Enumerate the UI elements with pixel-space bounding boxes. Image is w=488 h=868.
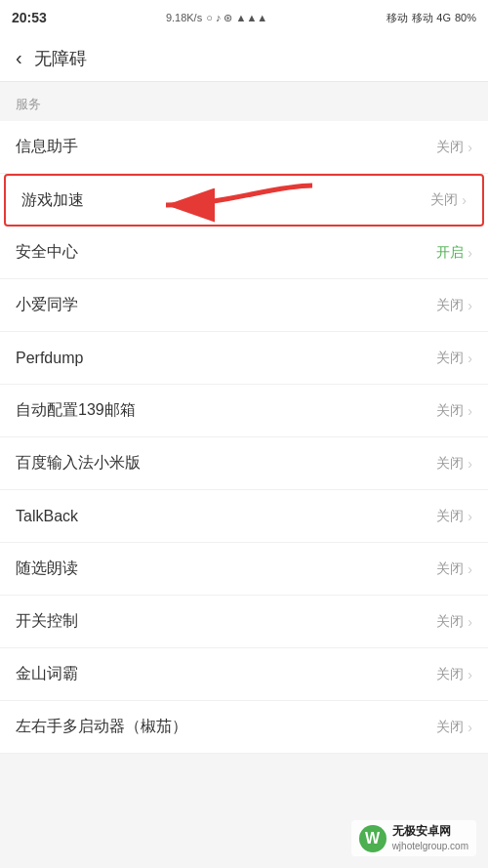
item-label: 安全中心 [16,242,78,263]
status-time: 20:53 [12,10,47,25]
item-label: Perfdump [16,350,83,367]
list-item[interactable]: 游戏加速关闭› [4,174,484,227]
item-right: 关闭› [430,191,467,209]
list-item[interactable]: 开关控制关闭› [0,596,488,648]
item-status: 关闭 [436,613,464,631]
chevron-right-icon: › [468,667,472,682]
item-right: 关闭› [436,613,472,631]
chevron-right-icon: › [468,245,472,261]
list-item[interactable]: TalkBack关闭› [0,490,488,543]
item-label: 小爱同学 [16,295,78,315]
item-right: 关闭› [436,139,472,156]
list-item[interactable]: 百度输入法小米版关闭› [0,437,488,490]
chevron-right-icon: › [468,351,472,366]
item-right: 关闭› [436,455,472,473]
list-item[interactable]: 左右手多启动器（椒茄）关闭› [0,701,488,754]
item-right: 关闭› [436,666,472,683]
item-right: 关闭› [436,402,472,420]
chevron-right-icon: › [468,456,472,472]
item-right: 关闭› [436,508,472,525]
list-item[interactable]: Perfdump关闭› [0,332,488,385]
item-status: 关闭 [436,402,464,420]
list-item[interactable]: 小爱同学关闭› [0,279,488,332]
item-label: 信息助手 [16,137,78,157]
list-item[interactable]: 安全中心开启› [0,227,488,279]
watermark: W 无极安卓网 wjhotelgroup.com [351,820,476,856]
watermark-text: 无极安卓网 wjhotelgroup.com [392,824,468,852]
list-item[interactable]: 信息助手关闭› [0,121,488,174]
item-status: 关闭 [436,560,464,578]
status-icons: ○ ♪ ⊛ ▲▲▲ [206,12,267,24]
chevron-right-icon: › [468,140,472,155]
item-right: 关闭› [436,350,472,367]
status-center: 9.18K/s ○ ♪ ⊛ ▲▲▲ [166,12,267,24]
item-status: 关闭 [436,455,464,473]
network-speed: 9.18K/s [166,12,202,23]
settings-list: 信息助手关闭›游戏加速关闭›安全中心开启›小爱同学关闭›Perfdump关闭›自… [0,121,488,754]
back-button[interactable]: ‹ [16,47,22,69]
nav-bar: ‹ 无障碍 [0,35,488,82]
chevron-right-icon: › [468,509,472,524]
item-label: 左右手多启动器（椒茄） [16,717,187,737]
chevron-right-icon: › [462,192,467,208]
item-right: 开启› [436,244,472,262]
item-label: 百度输入法小米版 [16,453,141,474]
list-item[interactable]: 金山词霸关闭› [0,648,488,701]
chevron-right-icon: › [468,720,472,735]
item-status: 关闭 [430,191,458,209]
page-title: 无障碍 [34,47,87,70]
section-header: 服务 [0,82,488,121]
list-item[interactable]: 随选朗读关闭› [0,543,488,596]
chevron-right-icon: › [468,614,472,630]
item-label: 金山词霸 [16,664,78,684]
chevron-right-icon: › [468,298,472,313]
item-right: 关闭› [436,297,472,314]
watermark-logo: W [359,825,386,852]
item-status: 关闭 [436,508,464,525]
status-right: 移动 移动 4G 80% [386,11,476,25]
chevron-right-icon: › [468,561,472,577]
item-status: 关闭 [436,719,464,736]
item-status: 关闭 [436,297,464,314]
item-label: 游戏加速 [21,190,84,211]
item-right: 关闭› [436,719,472,736]
chevron-right-icon: › [468,403,472,419]
status-bar: 20:53 9.18K/s ○ ♪ ⊛ ▲▲▲ 移动 移动 4G 80% [0,0,488,35]
carrier1: 移动 [386,11,408,25]
list-item[interactable]: 自动配置139邮箱关闭› [0,385,488,437]
item-label: 随选朗读 [16,558,78,579]
item-label: 开关控制 [16,611,78,632]
item-status: 关闭 [436,350,464,367]
item-right: 关闭› [436,560,472,578]
carrier2: 移动 4G [412,11,451,25]
item-label: 自动配置139邮箱 [16,400,136,421]
battery: 80% [455,12,476,23]
item-label: TalkBack [16,508,78,525]
item-status: 关闭 [436,666,464,683]
item-status: 关闭 [436,139,464,156]
item-status: 开启 [436,244,464,262]
